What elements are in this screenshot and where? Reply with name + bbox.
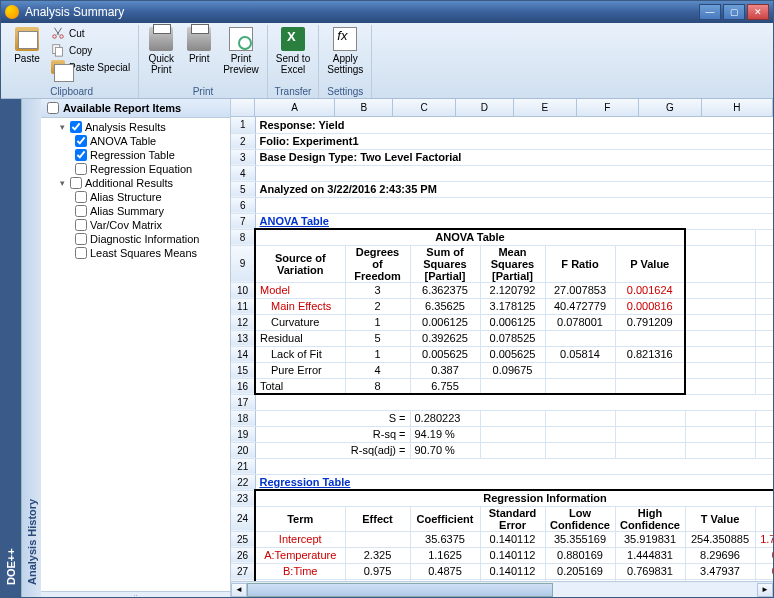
cell[interactable]: 35.355169 [545, 531, 615, 547]
col-D[interactable]: D [456, 99, 514, 116]
analysis-history-tab[interactable]: Analysis History [21, 99, 41, 597]
cell[interactable]: 0.001624 [615, 282, 685, 298]
cell[interactable]: Degrees of Freedom [345, 245, 410, 282]
report-items-checkall[interactable] [47, 102, 59, 114]
cell[interactable]: 0.280223 [410, 410, 480, 426]
col-E[interactable]: E [514, 99, 577, 116]
cell[interactable]: Analyzed on 3/22/2016 2:43:35 PM [255, 181, 773, 197]
cell[interactable] [345, 531, 410, 547]
cell[interactable]: 0.4875 [410, 563, 480, 579]
paste-button[interactable]: Paste [9, 25, 45, 66]
cell[interactable] [755, 426, 773, 442]
row-header[interactable]: 26 [231, 547, 255, 563]
cell[interactable]: Total [255, 378, 345, 394]
cell[interactable]: Residual [255, 330, 345, 346]
cell[interactable] [755, 378, 773, 394]
tree-alias-structure[interactable]: Alias Structure [41, 190, 230, 204]
cell[interactable]: Standard Error [480, 506, 545, 531]
tree-least-squares-means[interactable]: Least Squares Means [41, 246, 230, 260]
horizontal-scrollbar[interactable]: ◄ ► [231, 581, 773, 597]
print-button[interactable]: Print [181, 25, 217, 66]
cell[interactable] [755, 229, 773, 245]
cell[interactable]: Main Effects [255, 298, 345, 314]
cell[interactable] [685, 346, 755, 362]
row-header[interactable]: 25 [231, 531, 255, 547]
cell[interactable]: 5 [345, 330, 410, 346]
select-all-cell[interactable] [231, 99, 255, 116]
cell[interactable] [685, 245, 755, 282]
cell[interactable]: Coefficient [410, 506, 480, 531]
cell[interactable]: 94.19 % [410, 426, 480, 442]
col-A[interactable]: A [255, 99, 335, 116]
cell[interactable] [545, 410, 615, 426]
cell[interactable]: 90.70 % [410, 442, 480, 458]
cell[interactable]: 0.006125 [480, 314, 545, 330]
col-B[interactable]: B [335, 99, 393, 116]
cell[interactable] [685, 229, 755, 245]
cell[interactable]: Source of Variation [255, 245, 345, 282]
cell[interactable] [545, 362, 615, 378]
cell[interactable]: 0.078525 [480, 330, 545, 346]
row-header[interactable]: 24 [231, 506, 255, 531]
cell[interactable]: P Value [755, 506, 773, 531]
cell[interactable]: Effect [345, 506, 410, 531]
cell[interactable] [615, 410, 685, 426]
cell[interactable]: 0.187979 [480, 579, 545, 581]
cb-alias-struct[interactable] [75, 191, 87, 203]
row-header[interactable]: 27 [231, 563, 255, 579]
cell[interactable] [685, 378, 755, 394]
cell[interactable] [755, 314, 773, 330]
row-header[interactable]: 1 [231, 117, 255, 133]
grid-body[interactable]: 1Response: Yield2Folio: Experiment13Base… [231, 117, 773, 581]
row-header[interactable]: 15 [231, 362, 255, 378]
cell[interactable]: 1 [345, 346, 410, 362]
cell[interactable]: P Value [615, 245, 685, 282]
cell[interactable]: High Confidence [615, 506, 685, 531]
cell[interactable]: 0.006125 [410, 314, 480, 330]
cell[interactable]: 6.755 [410, 378, 480, 394]
scroll-right-button[interactable]: ► [757, 583, 773, 597]
cell[interactable]: 0.000816 [615, 298, 685, 314]
close-button[interactable]: ✕ [747, 4, 769, 20]
cell[interactable]: Term [255, 506, 345, 531]
col-F[interactable]: F [577, 99, 640, 116]
cell[interactable] [545, 442, 615, 458]
cell[interactable]: 2.120792 [480, 282, 545, 298]
cell[interactable]: 0.000415 [755, 547, 773, 563]
row-header[interactable]: 16 [231, 378, 255, 394]
cell[interactable]: Model [255, 282, 345, 298]
cell[interactable] [685, 426, 755, 442]
row-header[interactable]: 11 [231, 298, 255, 314]
row-header[interactable]: 13 [231, 330, 255, 346]
cell[interactable] [685, 362, 755, 378]
cell[interactable] [615, 378, 685, 394]
copy-button[interactable]: Copy [47, 42, 134, 58]
cell[interactable]: 8 [345, 378, 410, 394]
row-header[interactable]: 20 [231, 442, 255, 458]
cell[interactable] [685, 314, 755, 330]
quick-print-button[interactable]: Quick Print [143, 25, 179, 77]
tree-regression-table[interactable]: Regression Table [41, 148, 230, 162]
tree-analysis-results[interactable]: ▾Analysis Results [41, 120, 230, 134]
paste-special-button[interactable]: Paste Special [47, 59, 134, 75]
cell[interactable]: 0.140112 [480, 547, 545, 563]
cell[interactable] [755, 298, 773, 314]
cb-additional[interactable] [70, 177, 82, 189]
expand-icon[interactable]: ▾ [57, 178, 67, 188]
cell[interactable]: Base Design Type: Two Level Factorial [255, 149, 773, 165]
cell[interactable]: Curvature [255, 579, 345, 581]
cell[interactable]: F Ratio [545, 245, 615, 282]
cell[interactable]: 254.350885 [685, 531, 755, 547]
cell[interactable]: 27.007853 [545, 282, 615, 298]
cell[interactable]: Intercept [255, 531, 345, 547]
cut-button[interactable]: Cut [47, 25, 134, 41]
cell[interactable]: Regression Table [255, 474, 773, 490]
cell[interactable] [685, 410, 755, 426]
row-header[interactable]: 12 [231, 314, 255, 330]
row-header[interactable]: 2 [231, 133, 255, 149]
tree-anova-table[interactable]: ANOVA Table [41, 134, 230, 148]
cb-lsm[interactable] [75, 247, 87, 259]
cell[interactable] [755, 362, 773, 378]
cell[interactable]: 0.279286 [685, 579, 755, 581]
row-header[interactable]: 23 [231, 490, 255, 506]
